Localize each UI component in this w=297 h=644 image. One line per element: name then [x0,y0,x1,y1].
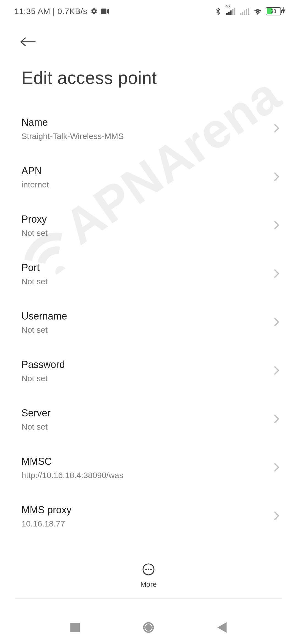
row-apn[interactable]: APNinternet [21,153,286,201]
chevron-right-icon [274,124,279,134]
svg-rect-6 [240,13,241,15]
row-label: Port [21,262,48,274]
row-name[interactable]: NameStraight-Talk-Wireless-MMS [21,105,286,153]
row-label: Proxy [21,214,48,225]
row-value: 10.16.18.77 [21,519,72,528]
battery-indicator: 38 [266,7,285,16]
svg-point-18 [145,624,152,631]
status-right: 4G ✕ 38 [214,7,285,16]
more-button[interactable]: More [140,563,156,589]
settings-list: NameStraight-Talk-Wireless-MMS APNintern… [0,105,297,550]
row-value: internet [21,180,49,189]
svg-rect-1 [226,13,228,15]
chevron-right-icon [274,317,279,328]
charging-icon [282,7,285,16]
svg-rect-7 [242,12,243,15]
row-server[interactable]: ServerNot set [21,395,286,444]
bluetooth-icon [214,7,222,15]
svg-rect-2 [228,12,230,15]
row-username[interactable]: UsernameNot set [21,298,286,347]
cellular-signal-2-icon: ✕ [240,7,250,15]
status-bar: 11:35 AM | 0.7KB/s 4G ✕ 38 [0,0,297,23]
chevron-right-icon [274,220,279,231]
svg-rect-0 [101,9,106,14]
more-icon [142,563,155,577]
chevron-right-icon [274,511,279,522]
row-mms-proxy[interactable]: MMS proxy10.16.18.77 [21,492,286,541]
row-value: http://10.16.18.4:38090/was [21,471,123,480]
row-label: Server [21,407,51,419]
nav-home-button[interactable] [142,621,155,634]
svg-point-15 [150,569,152,570]
page-title: Edit access point [0,48,297,105]
row-value: Not set [21,277,48,286]
row-value: Not set [21,374,65,383]
chevron-right-icon [274,366,279,376]
status-time: 11:35 AM | 0.7KB/s [14,7,87,16]
svg-point-13 [145,569,147,570]
row-label: APN [21,165,49,177]
status-left: 11:35 AM | 0.7KB/s [14,7,109,16]
divider [15,598,282,599]
row-label: MMSC [21,456,123,467]
svg-rect-5 [234,8,235,15]
cellular-signal-1-icon: 4G [226,7,236,15]
nav-back-button[interactable] [215,621,229,634]
svg-rect-8 [244,10,245,15]
row-proxy[interactable]: ProxyNot set [21,201,286,250]
nav-recents-button[interactable] [68,621,82,634]
more-label: More [140,580,156,589]
row-label: Username [21,310,67,322]
row-value: Not set [21,228,48,238]
svg-rect-3 [230,10,232,15]
chevron-right-icon [274,414,279,425]
bottom-action-bar: More [0,554,297,598]
row-password[interactable]: PasswordNot set [21,347,286,395]
row-mmsc[interactable]: MMSChttp://10.16.18.4:38090/was [21,444,286,492]
row-label: Name [21,117,124,128]
row-value: Not set [21,325,67,335]
svg-rect-16 [70,623,80,632]
svg-rect-9 [246,9,247,15]
chevron-right-icon [274,269,279,279]
camera-icon [101,7,109,15]
wifi-icon [254,7,262,15]
row-port[interactable]: PortNot set [21,250,286,298]
gear-icon [90,7,98,15]
back-button[interactable] [0,23,297,48]
row-value: Not set [21,422,51,432]
chevron-right-icon [274,463,279,473]
svg-point-14 [148,569,149,570]
svg-rect-4 [232,9,233,15]
svg-text:✕: ✕ [248,13,249,15]
navigation-bar [0,611,297,644]
row-value: Straight-Talk-Wireless-MMS [21,132,124,141]
chevron-right-icon [274,172,279,182]
row-label: Password [21,359,65,370]
row-label: MMS proxy [21,504,72,516]
